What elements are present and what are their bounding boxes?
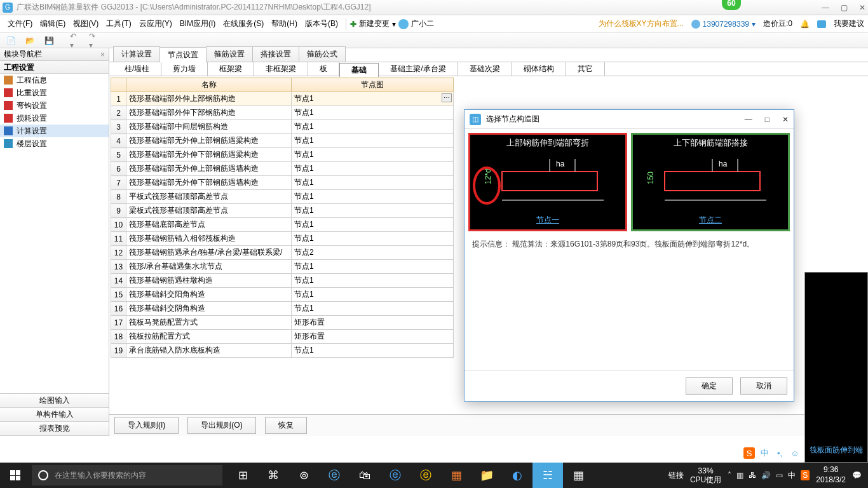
box-icon[interactable]: ▦ bbox=[441, 463, 471, 488]
tab-level1[interactable]: 计算设置 bbox=[113, 46, 160, 62]
table-row[interactable]: 18筏板拉筋配置方式矩形布置 bbox=[111, 330, 454, 344]
nav-item[interactable]: 楼层设置 bbox=[0, 137, 109, 150]
open-icon[interactable]: 📂 bbox=[24, 35, 36, 46]
undo-icon[interactable]: ↶ ▾ bbox=[70, 35, 81, 46]
menu-item[interactable]: 视图(V) bbox=[69, 18, 102, 29]
cell-value[interactable]: 节点1 bbox=[292, 302, 454, 316]
table-row[interactable]: 11筏形基础钢筋锚入相邻筏板构造节点1 bbox=[111, 232, 454, 246]
cell-value[interactable]: 节点1 bbox=[292, 134, 454, 148]
tab-level2[interactable]: 基础次梁 bbox=[458, 62, 512, 76]
dialog-maximize[interactable]: □ bbox=[765, 115, 770, 124]
tray-bat-icon[interactable]: ▭ bbox=[776, 471, 783, 480]
action-button[interactable]: 导入规则(I) bbox=[114, 417, 179, 434]
table-row[interactable]: 9梁板式筏形基础顶部高差节点节点1 bbox=[111, 204, 454, 218]
feedback-link[interactable]: 我要建议 bbox=[834, 18, 864, 29]
table-row[interactable]: 3筏形基础端部中间层钢筋构造节点1 bbox=[111, 120, 454, 134]
cell-value[interactable]: 矩形布置 bbox=[292, 316, 454, 330]
menu-item[interactable]: 云应用(Y) bbox=[135, 18, 176, 29]
tab-level2[interactable]: 框架梁 bbox=[208, 62, 254, 76]
tab-level2[interactable]: 剪力墙 bbox=[161, 62, 208, 76]
cell-value[interactable]: 节点1 bbox=[292, 260, 454, 274]
tab-level2[interactable]: 非框架梁 bbox=[254, 62, 308, 76]
table-row[interactable]: 14筏形基础钢筋遇柱墩构造节点1 bbox=[111, 274, 454, 288]
ie2-icon[interactable]: ⓔ bbox=[410, 463, 441, 488]
table-row[interactable]: 16筏形基础斜交阴角构造节点1 bbox=[111, 302, 454, 316]
maximize-button[interactable]: ▢ bbox=[841, 3, 848, 12]
table-row[interactable]: 10筏形基础底部高差节点节点1 bbox=[111, 218, 454, 232]
tab-level1[interactable]: 节点设置 bbox=[159, 47, 207, 62]
cell-value[interactable]: 矩形布置 bbox=[292, 330, 454, 344]
node-option-1[interactable]: 上部钢筋伸到端部弯折 ha 12*d 节点一 bbox=[468, 133, 627, 231]
tab-level1[interactable]: 箍筋公式 bbox=[299, 46, 346, 62]
cell-value[interactable]: 节点1 bbox=[292, 204, 454, 218]
cell-value[interactable]: 节点1 bbox=[292, 162, 454, 176]
nav-item[interactable]: 计算设置 bbox=[0, 125, 109, 137]
cell-value[interactable]: 节点1 bbox=[292, 344, 454, 358]
new-change-button[interactable]: ✚ 新建变更 ▾ bbox=[350, 18, 396, 29]
dialog-cancel-button[interactable]: 取消 bbox=[740, 377, 787, 395]
menu-item[interactable]: 版本号(B) bbox=[301, 18, 342, 29]
cell-value[interactable]: 节点1 bbox=[292, 232, 454, 246]
taskview-icon[interactable]: ⊞ bbox=[227, 463, 258, 488]
menu-item[interactable]: 在线服务(S) bbox=[219, 18, 268, 29]
table-row[interactable]: 7筏形基础端部无外伸下部钢筋遇墙构造节点1 bbox=[111, 176, 454, 190]
taskbar-search[interactable]: 在这里输入你要搜索的内容 bbox=[32, 465, 222, 485]
redo-icon[interactable]: ↷ ▾ bbox=[89, 35, 100, 46]
ime-sogou-icon[interactable]: S bbox=[743, 447, 755, 459]
dialog-close[interactable]: ✕ bbox=[782, 115, 789, 124]
dialog-minimize[interactable]: — bbox=[745, 115, 752, 124]
app-icon-1[interactable]: ⌘ bbox=[258, 463, 288, 488]
tray-link[interactable]: 链接 bbox=[668, 470, 684, 481]
start-button[interactable] bbox=[0, 463, 31, 488]
menu-item[interactable]: BIM应用(I) bbox=[176, 18, 220, 29]
browser-icon[interactable]: ◐ bbox=[502, 463, 532, 488]
table-row[interactable]: 2筏形基础端部外伸下部钢筋构造节点1 bbox=[111, 106, 454, 120]
message-icon[interactable] bbox=[817, 20, 826, 28]
another-icon[interactable]: ▦ bbox=[563, 463, 593, 488]
ggj-icon[interactable]: ☵ bbox=[532, 463, 563, 488]
table-row[interactable]: 19承台底筋锚入防水底板构造节点1 bbox=[111, 344, 454, 358]
table-row[interactable]: 12筏形基础钢筋遇承台/独基/承台梁/基础联系梁/节点2 bbox=[111, 246, 454, 260]
save-icon[interactable]: 💾 bbox=[43, 35, 55, 46]
cell-value[interactable]: 节点1 bbox=[292, 218, 454, 232]
table-row[interactable]: 6筏形基础端部无外伸上部钢筋遇墙构造节点1 bbox=[111, 162, 454, 176]
app-icon-2[interactable]: ⊚ bbox=[288, 463, 319, 488]
cell-ellipsis-button[interactable]: ⋯ bbox=[442, 93, 452, 102]
action-button[interactable]: 导出规则(O) bbox=[187, 417, 255, 434]
tray-net-icon[interactable]: 🖧 bbox=[749, 471, 756, 480]
nav-bottom-item[interactable]: 报表预览 bbox=[0, 422, 109, 436]
nav-item[interactable]: 工程信息 bbox=[0, 74, 109, 86]
ie-icon[interactable]: ⓔ bbox=[319, 463, 349, 488]
new-icon[interactable]: 📄 bbox=[5, 35, 17, 46]
tray-ime[interactable]: 中 bbox=[788, 470, 796, 481]
warning-link[interactable]: 为什么筏板XY方向布置... bbox=[599, 18, 684, 29]
menu-item[interactable]: 文件(F) bbox=[4, 18, 36, 29]
tray-vol-icon[interactable]: 🔊 bbox=[761, 471, 771, 480]
edge-icon[interactable]: ⓔ bbox=[380, 463, 410, 488]
table-row[interactable]: 15筏形基础斜交阳角构造节点1 bbox=[111, 288, 454, 302]
tray-gpu-icon[interactable]: ▥ bbox=[736, 471, 743, 480]
cell-value[interactable]: 节点1 bbox=[292, 148, 454, 162]
cell-value[interactable]: 节点1⋯ bbox=[292, 92, 454, 106]
table-row[interactable]: 4筏形基础端部无外伸上部钢筋遇梁构造节点1 bbox=[111, 134, 454, 148]
cell-value[interactable]: 节点2 bbox=[292, 246, 454, 260]
table-row[interactable]: 5筏形基础端部无外伸下部钢筋遇梁构造节点1 bbox=[111, 148, 454, 162]
tab-level2[interactable]: 基础主梁/承台梁 bbox=[379, 62, 458, 76]
tab-level2[interactable]: 基础 bbox=[339, 63, 379, 77]
cell-value[interactable]: 节点1 bbox=[292, 106, 454, 120]
action-button[interactable]: 恢复 bbox=[265, 417, 307, 434]
nav-item[interactable]: 损耗设置 bbox=[0, 112, 109, 125]
close-button[interactable]: ✕ bbox=[859, 3, 865, 12]
menu-item[interactable]: 帮助(H) bbox=[268, 18, 301, 29]
tab-level2[interactable]: 其它 bbox=[566, 62, 605, 76]
table-row[interactable]: 13筏形/承台基础遇集水坑节点节点1 bbox=[111, 260, 454, 274]
action-center-icon[interactable]: 💬 bbox=[852, 471, 862, 480]
dialog-ok-button[interactable]: 确定 bbox=[686, 377, 733, 395]
tab-level2[interactable]: 柱/墙柱 bbox=[113, 62, 161, 76]
menu-item[interactable]: 编辑(E) bbox=[36, 18, 69, 29]
user-phone[interactable]: 13907298339 ▾ bbox=[691, 20, 756, 29]
tab-level1[interactable]: 搭接设置 bbox=[252, 46, 299, 62]
nav-close-icon[interactable]: × bbox=[100, 50, 105, 59]
cell-value[interactable]: 节点1 bbox=[292, 120, 454, 134]
tab-level2[interactable]: 砌体结构 bbox=[512, 62, 566, 76]
